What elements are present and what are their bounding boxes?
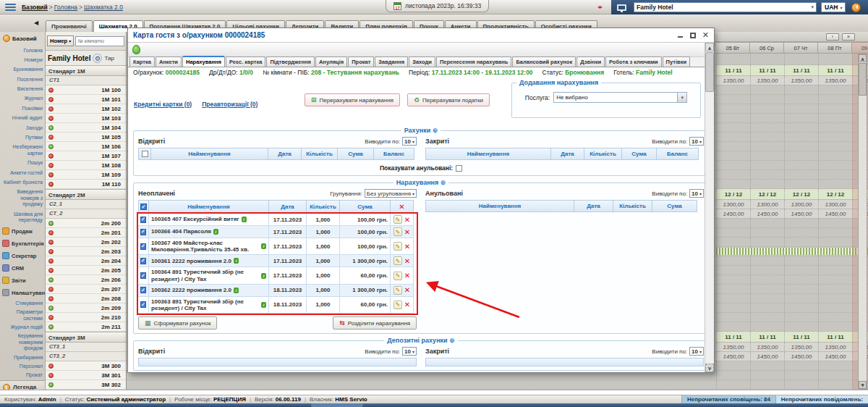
room-row[interactable]: 2m 211 [46,322,126,332]
grid-cell[interactable]: 1450,00 [784,209,818,218]
edit-pencil-icon[interactable]: ✎ [393,215,402,224]
delete-x-icon[interactable]: ✕ [404,272,410,280]
grid-cell[interactable] [784,371,818,379]
grid-cell[interactable] [750,303,784,312]
grid-cell[interactable] [784,54,818,64]
sidebar-item[interactable]: Кабінет броніста [0,177,45,187]
sidebar-item[interactable]: Виведення номерів з продажу [0,188,45,209]
grid-cell[interactable] [750,142,784,151]
row-checkbox[interactable]: ✓ [140,229,146,235]
per-page-select[interactable]: 10▾ [689,137,704,146]
grid-cell[interactable]: 1350,00 [784,343,818,351]
grid-cell[interactable]: 11 / 11 [818,332,852,342]
room-row[interactable]: 1M 100 [46,85,126,95]
grid-cell[interactable]: 1450,00 [716,352,750,361]
grid-cell[interactable] [716,294,750,303]
grid-cell[interactable] [818,322,852,331]
grid-cell[interactable]: 12 / 12 [750,189,784,199]
grid-cell[interactable] [818,104,852,113]
grouping-select[interactable]: Без угруповання▾ [365,189,417,198]
grid-cell[interactable] [784,380,818,389]
grid-cell[interactable] [750,361,784,370]
room-row[interactable]: 2m 207 [46,285,126,294]
breadcrumb-item[interactable]: Головна [54,4,77,11]
grid-cell[interactable] [716,180,750,188]
delete-x-icon[interactable]: ✕ [404,216,410,224]
grid-cell[interactable] [784,228,818,237]
room-row[interactable]: 1M 104 [46,123,126,133]
date-time-widget[interactable]: 17 листопада 2023р. 16:39:33 [386,0,489,12]
grid-cell[interactable]: 11 / 11 [784,65,818,75]
grid-cell[interactable] [818,95,852,104]
grid-cell[interactable] [750,114,784,122]
grid-cell[interactable] [750,219,784,227]
grid-cell[interactable] [716,85,750,94]
credit-cards-link[interactable]: Кредитні картки (0) [134,101,192,108]
grid-cell[interactable] [784,219,818,227]
scrollbar-thumb[interactable] [859,63,867,96]
per-page-select[interactable]: 10▾ [402,347,417,356]
sidebar-item[interactable]: Журнал [0,94,45,104]
grid-cell[interactable] [716,275,750,284]
sidebar-item[interactable]: Пошук [0,159,45,168]
grid-cell[interactable]: 1450,00 [750,352,784,361]
sidebar-settings-item[interactable]: Керування номерним фондом [0,332,45,353]
grid-cell[interactable] [784,151,818,160]
dialog-vertical-scrollbar[interactable]: ▲ ▼ [705,43,714,372]
grid-cell[interactable] [818,303,852,312]
grid-cell[interactable] [750,294,784,303]
dialog-tab[interactable]: Заходи [409,56,435,67]
collapse-sidebar-arrow[interactable]: ◀ [34,20,38,26]
expand-plus-icon[interactable]: ⊕ [449,337,455,344]
grid-cell[interactable] [750,256,784,265]
legend-button[interactable]: i Легенда [0,380,45,390]
grid-cell[interactable] [750,371,784,379]
delete-x-icon[interactable]: ✕ [399,203,404,211]
grid-cell[interactable] [716,303,750,312]
main-tab[interactable]: Проживаючі [46,20,93,32]
grid-cell[interactable] [818,85,852,94]
info-icon[interactable]: i [242,217,247,222]
select-all-checkbox[interactable]: ✓ [140,204,147,210]
room-row[interactable]: 1M 110 [46,180,126,189]
delete-x-icon[interactable]: ✕ [404,257,410,265]
grid-cell[interactable] [818,380,852,389]
grid-day-header[interactable]: 09 Сб [852,42,868,54]
row-checkbox[interactable]: ✓ [140,217,146,223]
room-section-header[interactable]: СТ3_2 [46,352,126,361]
grid-cell[interactable] [716,256,750,265]
dialog-tab[interactable]: Нарахування [182,56,225,67]
scroll-down-arrow[interactable]: ▼ [859,381,867,389]
dialog-tab[interactable]: Анкети [156,56,182,67]
grid-cell[interactable] [750,170,784,179]
grid-cell[interactable] [818,123,852,132]
edit-pencil-icon[interactable]: ✎ [393,272,402,280]
grid-cell[interactable] [784,95,818,104]
grid-cell[interactable]: 1350,00 [784,76,818,85]
room-row[interactable]: 1M 105 [46,133,126,142]
sidebar-item[interactable]: Путівки [0,133,45,143]
room-row[interactable]: 2m 206 [46,275,126,285]
row-checkbox[interactable]: ✓ [140,287,146,293]
grid-cell[interactable] [784,180,818,188]
grid-cell[interactable]: 1300,00 [784,200,818,209]
sidebar-settings-item[interactable]: Персонал [0,362,45,371]
scroll-next-day-button[interactable]: › [826,33,839,41]
grid-cell[interactable] [784,285,818,293]
room-search-input[interactable] [75,36,124,46]
sidebar-item[interactable]: Анкети гостей [0,168,45,177]
settings-gear-icon[interactable]: ⚙ [93,54,102,63]
recalculate-taxes-button[interactable]: ♻ Перерахувати податки [407,93,490,106]
grid-cell[interactable] [784,85,818,94]
dialog-tab[interactable]: Балансовий рахунок [512,56,576,67]
grid-day-header[interactable]: 07 Чт [784,42,818,54]
room-group-header[interactable]: Стандарт 3М [46,332,126,343]
grid-cell[interactable] [716,104,750,113]
info-icon[interactable]: i [234,288,239,293]
grid-cell[interactable]: 11 / 11 [750,332,784,342]
sidebar-module[interactable]: Бухгалтерія [0,238,45,250]
grid-cell[interactable]: 1300,00 [750,200,784,209]
grid-cell[interactable] [784,142,818,151]
sidebar-item[interactable]: Заходи [0,123,45,133]
sidebar-settings-item[interactable]: Прибирання [0,353,45,362]
